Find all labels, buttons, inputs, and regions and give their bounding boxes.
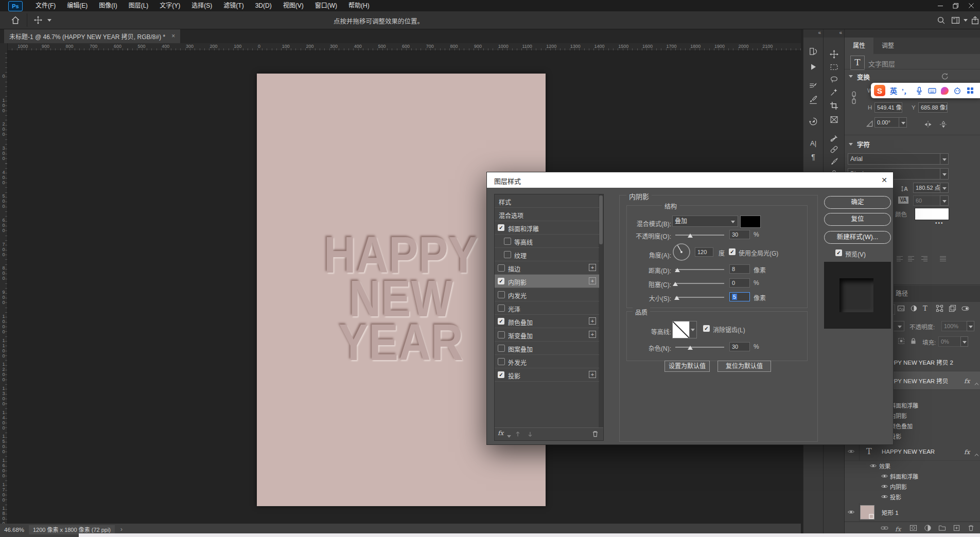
tab-adjustments[interactable]: 调整 [873, 38, 902, 54]
type-filter-icon[interactable]: T [923, 305, 927, 312]
menu-item-帮助[interactable]: 帮助(H) [343, 0, 375, 11]
character-section-chevron-icon[interactable] [849, 143, 853, 146]
paragraph-align-center-icon[interactable] [907, 255, 915, 264]
ime-sogou-logo-icon[interactable]: S [874, 85, 885, 96]
style-list-item-渐变叠加[interactable]: 渐变叠加+ [495, 328, 599, 342]
tool-crop[interactable] [828, 99, 840, 112]
ime-robot-icon[interactable] [953, 86, 961, 95]
panel-rotate-view-icon[interactable] [807, 115, 819, 128]
layer-row[interactable]: 矩形 1 [845, 503, 980, 522]
style-checkbox[interactable] [498, 305, 505, 312]
eye-icon[interactable] [881, 482, 888, 492]
tab-properties[interactable]: 属性 [845, 38, 873, 54]
collapse-effects-icon[interactable] [974, 450, 979, 459]
contour-swatch[interactable] [672, 321, 690, 338]
effects-header-row[interactable]: 效果 [845, 461, 980, 471]
global-light-checkbox[interactable]: ✓ [729, 248, 736, 255]
style-checkbox[interactable]: ✓ [498, 224, 504, 231]
param-field[interactable]: 30 [729, 230, 750, 239]
tool-healing-brush[interactable] [828, 143, 840, 155]
font-size-field[interactable]: 180.52 点 [913, 183, 940, 193]
move-style-up-icon[interactable] [514, 431, 521, 440]
menu-item-编辑[interactable]: 编辑(E) [61, 0, 93, 11]
ime-apps-icon[interactable] [966, 86, 974, 95]
workspace-icon[interactable] [949, 14, 961, 26]
dock-collapse-header[interactable]: « [803, 29, 823, 38]
tab-paths[interactable]: 路径 [891, 285, 913, 302]
panel-actions-icon[interactable] [807, 61, 819, 73]
style-list-item-图案叠加[interactable]: 图案叠加 [495, 342, 599, 355]
status-chevron-icon[interactable]: › [120, 526, 122, 533]
param-field[interactable]: 0 [729, 278, 750, 288]
move-tool-preset-icon[interactable] [32, 14, 44, 26]
opacity-field[interactable]: 100% [941, 321, 967, 331]
panel-brush-settings-icon[interactable] [807, 80, 819, 93]
rotation-field[interactable]: 0.00° [874, 117, 899, 128]
search-icon[interactable] [935, 14, 947, 26]
layer-row[interactable]: THAPPY NEW YEARfx [845, 442, 980, 461]
layer-style-fx-icon[interactable]: fx [895, 524, 901, 533]
ime-skin-icon[interactable] [941, 87, 949, 95]
ime-lang-en-icon[interactable]: 英 [890, 85, 897, 96]
menu-item-滤镜[interactable]: 滤镜(T) [218, 0, 249, 11]
reset-default-button[interactable]: 复位为默认值 [717, 361, 771, 372]
style-list-item-光泽[interactable]: 光泽 [495, 301, 599, 315]
new-style-button[interactable]: 新建样式(W)... [824, 231, 891, 244]
add-instance-icon[interactable]: + [589, 277, 596, 284]
style-checkbox[interactable] [504, 238, 511, 245]
lock-all-icon[interactable] [908, 336, 918, 346]
menu-item-3D[interactable]: 3D(D) [250, 0, 277, 11]
add-mask-icon[interactable] [909, 524, 917, 534]
style-list-item-投影[interactable]: ✓投影+ [495, 368, 599, 382]
delete-layer-icon[interactable] [967, 524, 975, 534]
reset-transform-icon[interactable] [938, 70, 951, 82]
style-checkbox[interactable]: ✓ [498, 318, 504, 325]
move-style-down-icon[interactable] [527, 431, 534, 440]
style-checkbox[interactable] [498, 264, 505, 272]
angle-field[interactable]: 120 [695, 247, 713, 257]
more-options-icon[interactable]: ••• [935, 220, 944, 226]
dialog-title-bar[interactable]: 图层样式 [487, 172, 893, 188]
style-list-item-外发光[interactable]: 外发光 [495, 355, 599, 368]
menu-item-窗口[interactable]: 窗口(W) [309, 0, 343, 11]
param-field[interactable]: 30 [729, 342, 750, 351]
menu-item-图像[interactable]: 图像(I) [93, 0, 122, 11]
style-list-item-内发光[interactable]: 内发光 [495, 288, 599, 301]
effect-row[interactable]: 投影 [845, 492, 980, 502]
style-list-item-混合选项[interactable]: 混合选项 [495, 208, 599, 221]
smart-filter-icon[interactable] [949, 305, 956, 314]
style-list-item-描边[interactable]: 描边+ [495, 261, 599, 275]
add-instance-icon[interactable]: + [589, 331, 596, 338]
add-instance-icon[interactable]: + [589, 317, 596, 325]
fx-badge[interactable]: fx [964, 447, 970, 456]
toolbar-collapse-header[interactable]: « [824, 29, 844, 38]
new-adjustment-icon[interactable] [924, 524, 932, 534]
style-checkbox[interactable] [498, 358, 505, 365]
style-list-item-斜面和浮雕[interactable]: ✓斜面和浮雕 [495, 221, 599, 235]
style-checkbox[interactable]: ✓ [498, 278, 504, 284]
ime-keyboard-icon[interactable] [928, 86, 936, 95]
menu-item-文件[interactable]: 文件(F) [30, 0, 61, 11]
document-tab[interactable]: 未标题-1 @ 46.7% (HAPPY NEW YEAR 拷贝, RGB/8#… [4, 29, 180, 43]
reset-button[interactable]: 复位 [824, 213, 891, 226]
shadow-color-swatch[interactable] [740, 216, 761, 228]
rotation-dropdown[interactable] [899, 117, 907, 128]
add-instance-icon[interactable]: + [589, 371, 596, 378]
style-checkbox[interactable]: ✓ [498, 371, 504, 378]
style-checkbox[interactable] [504, 251, 511, 258]
eye-icon[interactable] [881, 493, 888, 503]
shape-filter-icon[interactable] [936, 305, 943, 314]
flip-horizontal-icon[interactable] [922, 118, 934, 131]
dialog-close-icon[interactable]: ✕ [880, 175, 889, 185]
link-dimensions-icon[interactable] [849, 86, 859, 109]
restore-button[interactable] [948, 0, 964, 11]
flip-vertical-icon[interactable] [937, 118, 950, 131]
workspace-chevron-down-icon[interactable] [964, 19, 968, 22]
blend-mode-select[interactable]: 叠加 [672, 216, 738, 227]
contour-dropdown[interactable] [689, 321, 697, 338]
delete-style-icon[interactable] [591, 430, 599, 440]
ime-mic-icon[interactable] [915, 86, 923, 95]
ok-button[interactable]: 确定 [824, 196, 891, 209]
font-family-dropdown[interactable] [940, 153, 949, 165]
paragraph-align-left-icon[interactable] [896, 255, 904, 264]
